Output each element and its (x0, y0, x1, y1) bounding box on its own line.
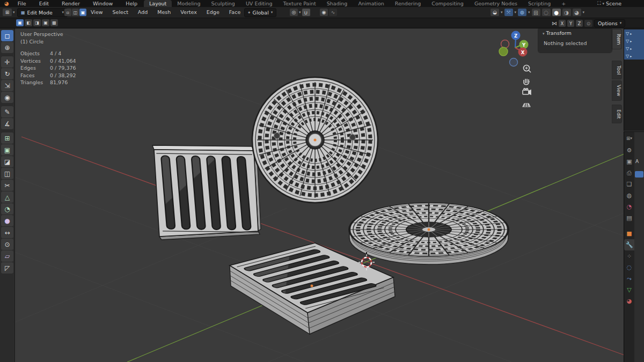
outliner-object-row[interactable]: ▽ ▸ (624, 29, 644, 37)
tool-extrude-region[interactable]: ⊞ (1, 132, 13, 144)
tool-measure[interactable]: ∡ (1, 118, 13, 129)
show-overlays-toggle[interactable]: ◍ (518, 9, 526, 16)
sidebar-tab-item[interactable]: Item (612, 29, 621, 49)
workspace-tab-compositing[interactable]: Compositing (426, 0, 469, 7)
tool-knife[interactable]: ✂ (1, 180, 13, 191)
tool-shear[interactable]: ▱ (1, 250, 13, 262)
properties-editor-type-icon[interactable]: ⊞▾ (624, 132, 634, 145)
menu-add[interactable]: Add (133, 7, 152, 18)
vertex-select-mode-button[interactable]: ▫ (64, 9, 71, 16)
tool-loop-cut[interactable]: ◫ (1, 168, 13, 179)
overlays-dropdown-arrow[interactable]: ▾ (528, 10, 530, 14)
ortho-grid-icon[interactable] (523, 104, 530, 107)
menu-select[interactable]: Select (108, 7, 133, 18)
outliner-object-row[interactable]: ▽ ▸ (624, 45, 644, 52)
menu-render[interactable]: Render (55, 0, 86, 7)
transform-orientation-dropdown[interactable]: ⌖ Global ▾ (244, 8, 276, 17)
menu-file[interactable]: File (11, 0, 33, 7)
outliner-object-row[interactable]: ▽ ▸ (624, 52, 644, 60)
workspace-tab-modeling[interactable]: Modeling (172, 0, 206, 7)
tool-rotate[interactable]: ↻ (1, 68, 13, 79)
outliner-object-row[interactable]: ▽ ▸ (624, 37, 644, 45)
workspace-tab-layout[interactable]: Layout (144, 0, 172, 7)
options-dropdown[interactable]: Options ▾ (594, 19, 625, 27)
menu-face[interactable]: Face (224, 7, 245, 18)
menu-mesh[interactable]: Mesh (152, 7, 175, 18)
properties-tab-data[interactable]: ▽ (624, 284, 634, 295)
manhole-grate-flat[interactable] (349, 203, 508, 264)
magnet-snap-toggle[interactable]: ∪ (302, 9, 310, 16)
tool-spin[interactable]: ◔ (1, 203, 13, 215)
tool-transform[interactable]: ◉ (1, 92, 13, 103)
mirror-x-button[interactable]: X (559, 20, 566, 27)
workspace-tab-texture-paint[interactable]: Texture Paint (277, 0, 321, 7)
editor-type-icon[interactable]: ⊞ (3, 9, 12, 16)
tool-scale[interactable]: ⇲ (1, 80, 13, 91)
workspace-tab-scripting[interactable]: Scripting (523, 0, 556, 7)
properties-tab-object[interactable]: ■ (624, 228, 634, 239)
properties-tab-collection[interactable]: ▤ (624, 212, 634, 224)
properties-tab-scene[interactable]: ◍ (624, 190, 634, 201)
select-mode-subtract-button[interactable]: ◨ (33, 19, 41, 26)
properties-tab-view-layer[interactable]: ❏ (624, 179, 634, 190)
tool-annotate[interactable]: ✎ (1, 106, 13, 117)
add-workspace-button[interactable]: + (556, 0, 571, 7)
sidebar-tab-view[interactable]: View (612, 81, 621, 100)
properties-tab-render[interactable]: ▣ (624, 156, 634, 167)
grate-standing[interactable] (152, 145, 261, 240)
sidebar-tab-tool[interactable]: Tool (612, 61, 621, 79)
shading-wireframe-button[interactable]: ◌ (542, 9, 551, 16)
mode-selector[interactable]: ▦ Edit Mode ▾ (17, 8, 68, 17)
gizmo-neg-y[interactable] (499, 47, 508, 56)
workspace-tab-sculpting[interactable]: Sculpting (206, 0, 240, 7)
workspace-tab-geometry-nodes[interactable]: Geometry Nodes (469, 0, 523, 7)
snap-target-icon[interactable]: ◎ (290, 9, 298, 16)
shading-material-button[interactable]: ◑ (562, 9, 571, 16)
blender-logo-icon[interactable]: ◕ (0, 0, 11, 7)
scene-dropdown-arrow[interactable]: ▾ (603, 2, 605, 6)
properties-tab-material[interactable]: ◕ (624, 295, 634, 307)
tool-cursor[interactable]: ⊕ (1, 42, 13, 53)
tool-move[interactable]: ✛ (1, 56, 13, 68)
manhole-cover-front[interactable] (252, 77, 378, 203)
properties-tab-particles[interactable]: ⁘ (624, 250, 634, 262)
tool-poly-build[interactable]: △ (1, 191, 13, 203)
menu-view[interactable]: View (86, 7, 108, 18)
xray-toggle[interactable]: 回 (532, 9, 540, 16)
disclosure-icon[interactable]: ▸ (630, 39, 632, 43)
mirror-z-button[interactable]: Z (576, 20, 583, 27)
tool-shrink-fatten[interactable]: ⊙ (1, 239, 13, 250)
scene-selector[interactable]: Scene (606, 0, 621, 7)
tool-select-box[interactable]: ◻ (1, 30, 13, 41)
tool-inset-faces[interactable]: ▣ (1, 144, 13, 156)
workspace-tab-rendering[interactable]: Rendering (390, 0, 427, 7)
tool-edge-slide[interactable]: ↔ (1, 227, 13, 238)
select-mode-extend-button[interactable]: ◧ (25, 19, 32, 26)
menu-vertex[interactable]: Vertex (175, 7, 202, 18)
disclosure-icon[interactable]: ▸ (630, 32, 632, 35)
snap-dropdown-arrow[interactable]: ▾ (299, 10, 301, 14)
editor-type-dropdown-arrow[interactable]: ▾ (13, 10, 15, 14)
disclosure-icon[interactable]: ▸ (630, 47, 632, 50)
snap-options-icon[interactable]: ⊙ (584, 20, 592, 27)
properties-tab-output[interactable]: ⎙ (624, 167, 634, 179)
workspace-tab-shading[interactable]: Shading (321, 0, 353, 7)
proportional-editing-toggle[interactable]: ◉ (320, 9, 328, 16)
menu-edge[interactable]: Edge (202, 7, 224, 18)
transform-panel-header[interactable]: ▾ Transform (538, 28, 612, 38)
mirror-y-button[interactable]: Y (567, 20, 574, 27)
visibility-dropdown-arrow[interactable]: ▾ (501, 10, 503, 14)
select-mode-set-button[interactable]: ▣ (16, 19, 24, 26)
object-visibility-dropdown[interactable]: ◒ (491, 9, 499, 16)
shading-rendered-button[interactable]: ◕ (573, 9, 581, 16)
tool-bevel[interactable]: ◪ (1, 156, 13, 167)
properties-tab-physics[interactable]: ◌ (624, 262, 634, 273)
disclosure-icon[interactable]: ▸ (630, 54, 632, 58)
properties-tab-tool[interactable]: ⚙ (624, 145, 634, 156)
shading-solid-button[interactable]: ● (552, 9, 561, 16)
shading-dropdown-arrow[interactable]: ▾ (583, 10, 585, 14)
edge-select-mode-button[interactable]: ◫ (72, 9, 79, 16)
menu-help[interactable]: Help (119, 0, 144, 7)
properties-tab-modifiers[interactable]: 🔧 (624, 239, 634, 250)
gizmo-dropdown-arrow[interactable]: ▾ (515, 10, 517, 14)
